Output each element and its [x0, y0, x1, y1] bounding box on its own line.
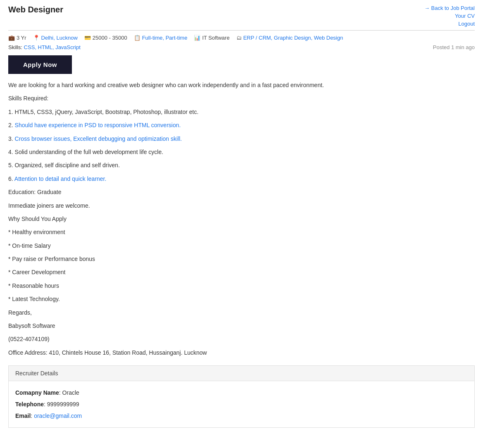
education-text: Education: Graduate — [8, 187, 475, 197]
top-nav: → Back to Job Portal Your CV Logout — [424, 5, 475, 27]
meta-row: 💼 3 Yr 📍 Delhi, Lucknow 💳 25000 - 35000 … — [8, 35, 475, 41]
why-title: Why Should You Apply — [8, 214, 475, 223]
email-value[interactable]: oracle@gmail.com — [34, 412, 82, 419]
logout-link[interactable]: Logout — [458, 21, 475, 27]
why-point-1: * Healthy environment — [8, 228, 475, 237]
jobtype-icon: 📋 — [134, 35, 140, 41]
skills-container: Skills: CSS, HTML, JavaScript — [8, 44, 81, 50]
industry-meta: 📊 IT Software — [194, 35, 229, 41]
experience-value: 3 Yr — [17, 35, 26, 41]
recruiter-telephone-row: Telephone: 9999999999 — [15, 398, 468, 410]
jobtype-meta: 📋 Full-time, Part-time — [134, 35, 188, 41]
top-bar: Web Designer → Back to Job Portal Your C… — [8, 5, 475, 31]
category-link[interactable]: ERP / CRM, Graphic Design, Web Design — [243, 35, 343, 41]
back-to-portal-link[interactable]: → Back to Job Portal — [424, 5, 475, 11]
telephone-value: 9999999999 — [47, 401, 79, 408]
your-cv-link[interactable]: Your CV — [455, 13, 475, 19]
category-icon: 🗂 — [236, 35, 242, 41]
industry-value: IT Software — [202, 35, 229, 41]
recruiter-body: Comapny Name: Oracle Telephone: 99999999… — [9, 381, 474, 427]
point-1: 1. HTML5, CSS3, jQuery, JavaScript, Boot… — [8, 107, 475, 116]
salary-icon: 💳 — [84, 35, 91, 41]
regards-text: Regards, — [8, 308, 475, 317]
recruiter-email-row: Email: oracle@gmail.com — [15, 410, 468, 422]
point-6: 6. Attention to detail and quick learner… — [8, 174, 475, 183]
phone-text: (0522-4074109) — [8, 334, 475, 344]
why-point-6: * Latest Technology. — [8, 294, 475, 303]
immediate-text: Immediate joiners are welcome. — [8, 201, 475, 210]
point-4: 4. Solid understanding of the full web d… — [8, 147, 475, 156]
skills-row: Skills: CSS, HTML, JavaScript Posted 1 m… — [8, 44, 475, 50]
intro-text: We are looking for a hard working and cr… — [8, 81, 475, 90]
company-label: Comapny Name — [15, 389, 59, 396]
point-2: 2. Should have experience in PSD to resp… — [8, 121, 475, 130]
why-point-5: * Reasonable hours — [8, 281, 475, 290]
company-name-text: Babysoft Software — [8, 321, 475, 330]
company-value: Oracle — [62, 389, 79, 396]
apply-now-button[interactable]: Apply Now — [8, 55, 72, 74]
email-label: Email — [15, 412, 31, 419]
recruiter-header: Recruiter Details — [9, 366, 474, 381]
salary-value: 25000 - 35000 — [93, 35, 127, 41]
telephone-label: Telephone — [15, 401, 44, 408]
skills-required-label: Skills Required: — [8, 94, 475, 103]
skills-label: Skills: — [8, 44, 22, 50]
recruiter-company-row: Comapny Name: Oracle — [15, 387, 468, 398]
salary-meta: 💳 25000 - 35000 — [84, 35, 127, 41]
location-icon: 📍 — [33, 35, 40, 41]
experience-meta: 💼 3 Yr — [8, 35, 26, 41]
point-5: 5. Organized, self discipline and self d… — [8, 161, 475, 170]
briefcase-icon: 💼 — [8, 35, 15, 41]
job-description: We are looking for a hard working and cr… — [8, 81, 475, 357]
recruiter-section: Recruiter Details Comapny Name: Oracle T… — [8, 365, 475, 428]
category-meta: 🗂 ERP / CRM, Graphic Design, Web Design — [236, 35, 343, 41]
skills-links[interactable]: CSS, HTML, JavaScript — [24, 44, 81, 50]
point-3: 3. Cross browser issues, Excellent debug… — [8, 134, 475, 143]
industry-icon: 📊 — [194, 35, 200, 41]
job-title: Web Designer — [8, 5, 63, 14]
location-meta: 📍 Delhi, Lucknow — [33, 35, 78, 41]
why-point-3: * Pay raise or Performance bonus — [8, 254, 475, 263]
jobtype-link[interactable]: Full-time, Part-time — [142, 35, 188, 41]
location-link[interactable]: Delhi, Lucknow — [41, 35, 78, 41]
why-point-4: * Career Development — [8, 268, 475, 277]
address-text: Office Address: 410, Chintels House 16, … — [8, 348, 475, 357]
why-point-2: * On-time Salary — [8, 241, 475, 250]
posted-time: Posted 1 min ago — [433, 44, 475, 50]
